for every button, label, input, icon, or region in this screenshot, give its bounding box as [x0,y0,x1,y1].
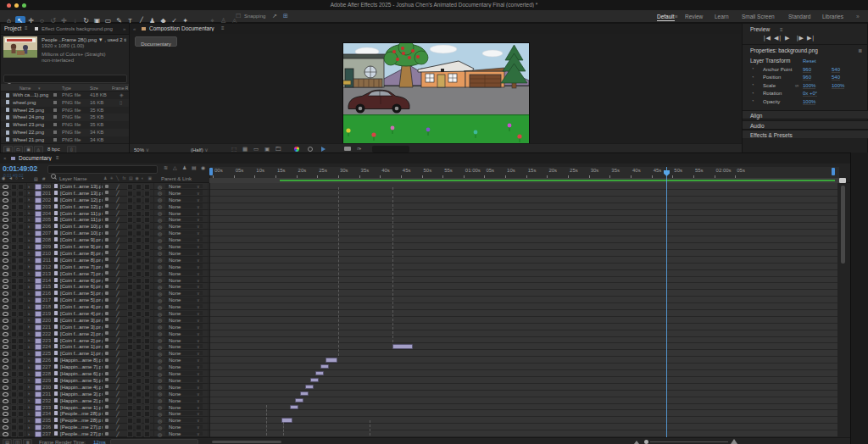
layer-name[interactable]: [Happin...ame 7].png [60,364,103,369]
quality-switch[interactable]: ╱ [116,377,120,383]
quality-switch[interactable]: ╱ [116,270,120,276]
eye-icon[interactable] [3,218,8,222]
workspace-grid-icon[interactable]: ⊞ [283,13,288,19]
layer-name[interactable]: [Coin f...ame 9].png [60,237,103,242]
expand-arrow-icon[interactable]: › [28,230,30,236]
panel-menu-icon[interactable]: ≡ [221,25,225,31]
expand-arrow-icon[interactable]: › [28,344,30,349]
expand-arrow-icon[interactable]: › [28,337,30,342]
expand-arrow-icon[interactable]: › [28,418,30,423]
expand-arrow-icon[interactable]: › [28,291,30,296]
eye-icon[interactable] [3,258,8,263]
layer-name[interactable]: [Coin f...ame 7].png [60,264,103,269]
expand-arrow-icon[interactable]: › [28,377,30,382]
layer-row[interactable]: › 215 [Coin f...ame 6].png ╱ ◎ None ∨ [0,283,209,290]
file-label-chip[interactable] [53,123,57,126]
layer-row[interactable]: › 217 [Coin f...ame 5].png ╱ ◎ None ∨ [0,297,209,303]
expand-arrow-icon[interactable]: › [28,244,30,249]
shy-switch[interactable] [105,331,108,335]
shy-switch[interactable] [105,318,108,321]
layer-row[interactable]: › 229 [Happin...ame 5].png ╱ ◎ None ∨ [0,377,209,384]
parent-pickwhip-icon[interactable]: ◎ [158,377,162,383]
eye-icon[interactable] [3,245,8,249]
parent-pickwhip-icon[interactable]: ◎ [158,411,162,417]
parent-pickwhip-icon[interactable]: ◎ [158,297,162,303]
parent-pickwhip-icon[interactable]: ◎ [158,210,162,216]
layer-name[interactable]: [Coin f...ame 13].png [60,191,103,196]
shy-switch[interactable] [105,312,108,315]
layer-duration-bar[interactable] [290,405,298,409]
tab-composition[interactable]: Composition Documentary [149,25,214,31]
shy-switch[interactable] [105,245,108,248]
parent-pickwhip-icon[interactable]: ◎ [158,237,162,243]
quality-switch[interactable]: ╱ [116,330,120,336]
layer-duration-bar[interactable] [310,378,319,382]
eye-icon[interactable] [3,265,8,269]
quality-switch[interactable]: ╱ [116,317,120,323]
quality-switch[interactable]: ╱ [116,391,120,397]
eye-icon[interactable] [3,352,8,356]
layer-row[interactable]: › 201 [Coin f...ame 13].png ╱ ◎ None ∨ [0,190,209,197]
layer-name[interactable]: [Coin f...ame 3].png [60,318,103,323]
comp-marker-bin-button[interactable] [839,178,846,183]
property-value-2[interactable]: 100% [832,83,844,89]
eye-icon[interactable] [3,386,8,390]
layer-row[interactable]: › 219 [Coin f...ame 4].png ╱ ◎ None ∨ [0,310,209,317]
column-size[interactable]: Size [90,86,98,91]
layer-row[interactable]: › 233 [Happin...ame 1].png ╱ ◎ None ∨ [0,404,209,411]
preview-timecode-box[interactable]: 0:01:49:02 [372,146,409,153]
parent-pickwhip-icon[interactable]: ◎ [158,311,162,317]
layer-name[interactable]: [Coin f...ame 2].png [60,338,103,343]
fast-previews-icon[interactable] [321,147,326,152]
layer-name[interactable]: [Coin f...ame 4].png [60,311,103,316]
play-button[interactable]: ▶ [785,35,789,42]
workspace-tab-libraries[interactable]: Libraries [822,14,843,19]
parent-pickwhip-icon[interactable]: ◎ [158,324,162,330]
file-label-chip[interactable] [53,93,57,97]
parent-link-column-header[interactable]: Parent & Link [161,176,192,181]
expand-arrow-icon[interactable]: › [28,224,30,229]
eye-icon[interactable] [3,319,8,323]
layer-name[interactable]: [Coin f...ame 4].png [60,304,103,309]
previous-frame-button[interactable]: ◀∣ [774,35,782,42]
layer-duration-bar[interactable] [300,391,309,396]
eye-icon[interactable] [3,365,8,369]
expand-arrow-icon[interactable]: › [28,351,30,356]
shy-switch[interactable] [105,211,108,214]
tab-overflow-icon[interactable]: » [123,26,125,31]
parent-pickwhip-icon[interactable]: ◎ [158,184,162,190]
layer-row[interactable]: › 232 [Happin...ame 2].png ╱ ◎ None ∨ [0,397,209,404]
parent-pickwhip-icon[interactable]: ◎ [158,384,162,390]
project-search-input[interactable] [3,75,127,83]
lock-cell[interactable] [18,431,24,437]
layer-name[interactable]: [Happin...ame 3].png [60,391,103,397]
eye-icon[interactable] [3,252,8,256]
parent-pickwhip-icon[interactable]: ◎ [158,330,162,336]
close-tab-icon[interactable]: × [3,156,7,161]
layer-name[interactable]: [Coin f...ame 13].png [60,184,103,189]
quality-switch[interactable]: ╱ [116,397,120,403]
eye-icon[interactable] [3,291,8,296]
video-column-icon[interactable]: ◉ [2,175,5,180]
layer-row[interactable]: › 222 [Coin f...ame 2].png ╱ ◎ None ∨ [0,330,209,337]
layer-name[interactable]: [Happin...ame 1].png [60,405,103,410]
expand-arrow-icon[interactable]: › [28,391,30,396]
layer-name-column-header[interactable]: Layer Name [59,176,87,181]
eye-icon[interactable] [3,372,8,376]
quality-switch[interactable]: ╱ [116,224,120,230]
workspace-tab-small-screen[interactable]: Small Screen [742,14,775,19]
switch-header-icon-6[interactable]: ◐ [142,175,144,180]
layer-name[interactable]: [Coin f...ame 1].png [60,344,103,349]
expand-arrow-icon[interactable]: › [28,250,30,255]
parent-pickwhip-icon[interactable]: ◎ [158,203,162,209]
expand-arrow-icon[interactable]: › [28,425,30,430]
layer-name[interactable]: [Happin...ame 8].png [60,358,103,363]
layer-row[interactable]: › 218 [Coin f...ame 4].png ╱ ◎ None ∨ [0,303,209,310]
effect-cell[interactable] [127,431,133,437]
shy-switch[interactable] [105,391,108,395]
eye-icon[interactable] [3,392,8,397]
layer-row[interactable]: › 234 [People...me 28].png ╱ ◎ None ∨ [0,410,209,417]
switch-header-icon-4[interactable]: ▤ [129,175,133,180]
expand-arrow-icon[interactable]: › [28,364,30,369]
layer-row[interactable]: › 225 [Coin f...ame 1].png ╱ ◎ None ∨ [0,350,209,357]
